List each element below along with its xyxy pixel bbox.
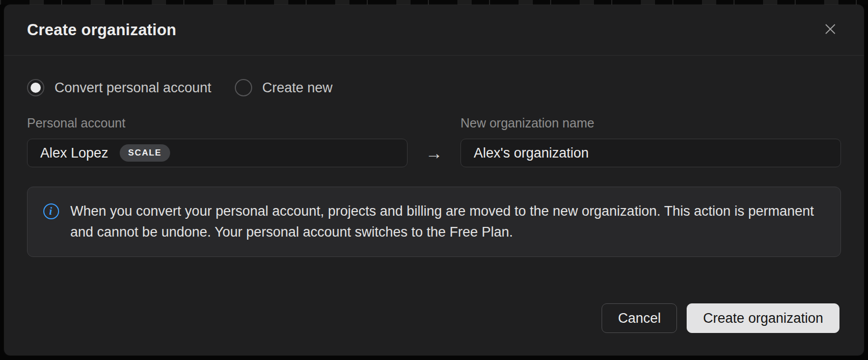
personal-account-label: Personal account <box>27 116 408 131</box>
modal-title: Create organization <box>27 21 176 39</box>
radio-selected-icon <box>27 79 44 96</box>
modal-body: Convert personal account Create new Pers… <box>4 56 864 257</box>
plan-badge: SCALE <box>120 144 171 162</box>
background-page-strip <box>0 0 868 5</box>
notice-text: When you convert your personal account, … <box>70 201 819 243</box>
conversion-notice: i When you convert your personal account… <box>27 187 841 257</box>
create-organization-button[interactable]: Create organization <box>687 303 839 333</box>
radio-label: Convert personal account <box>55 80 211 96</box>
new-organization-value: Alex's organization <box>474 145 589 161</box>
new-organization-input[interactable]: Alex's organization <box>460 139 841 167</box>
modal-header: Create organization <box>4 5 864 56</box>
radio-label: Create new <box>262 80 333 96</box>
personal-account-name: Alex Lopez <box>40 145 108 161</box>
new-organization-field: New organization name Alex's organizatio… <box>460 116 841 167</box>
cancel-button[interactable]: Cancel <box>602 303 677 333</box>
close-button[interactable] <box>819 19 842 41</box>
arrow-right-icon: → <box>408 139 460 167</box>
new-organization-label: New organization name <box>460 116 841 131</box>
create-organization-modal: Create organization Convert personal acc… <box>4 5 864 355</box>
radio-create-new[interactable]: Create new <box>235 79 333 96</box>
modal-footer: Cancel Create organization <box>602 303 839 333</box>
account-type-radio-group: Convert personal account Create new <box>27 79 841 96</box>
conversion-fields-row: Personal account Alex Lopez SCALE → New … <box>27 116 841 167</box>
radio-convert-personal-account[interactable]: Convert personal account <box>27 79 211 96</box>
info-icon: i <box>43 203 59 219</box>
personal-account-field: Personal account Alex Lopez SCALE <box>27 116 408 167</box>
personal-account-box: Alex Lopez SCALE <box>27 139 408 167</box>
radio-unselected-icon <box>235 79 252 96</box>
close-icon <box>823 21 838 38</box>
